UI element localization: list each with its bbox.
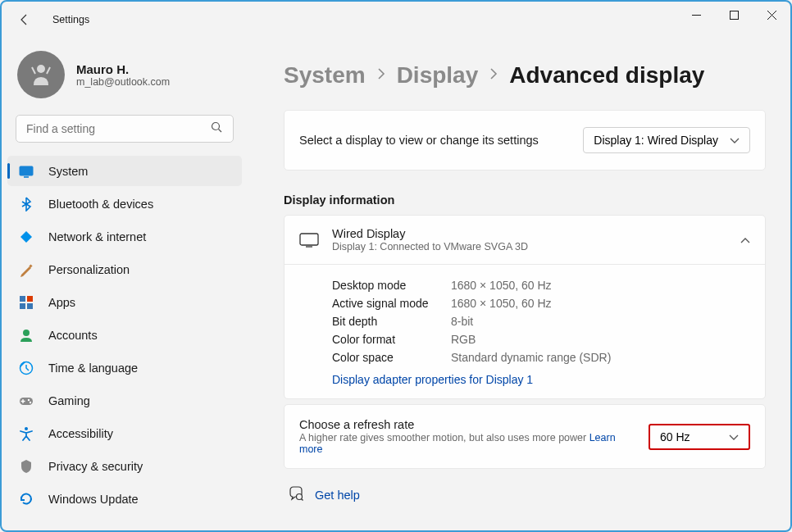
svg-rect-11 [27, 296, 33, 302]
sidebar-item-accessibility[interactable]: Accessibility [7, 418, 242, 448]
sidebar-item-label: Time & language [48, 361, 138, 375]
sidebar-item-label: Personalization [48, 263, 130, 276]
display-selector-card: Select a display to view or change its s… [284, 110, 766, 171]
network-icon [19, 230, 34, 244]
sidebar: Mauro H. m_lab@outlook.com SystemBluetoo… [2, 38, 248, 530]
search-icon [211, 121, 223, 137]
display-info-expander[interactable]: Wired Display Display 1: Connected to VM… [284, 216, 765, 265]
sidebar-item-label: Apps [48, 296, 75, 309]
svg-point-17 [28, 398, 30, 400]
accounts-icon [19, 328, 34, 343]
sidebar-item-label: Accounts [48, 329, 98, 342]
display-name: Wired Display [332, 227, 740, 240]
svg-rect-7 [20, 166, 33, 175]
svg-point-18 [30, 401, 31, 402]
personalization-icon [19, 262, 34, 277]
sidebar-item-network[interactable]: Network & internet [7, 221, 242, 252]
display-selector-dropdown[interactable]: Display 1: Wired Display [583, 127, 750, 153]
refresh-rate-subtitle: A higher rate gives smoother motion, but… [299, 432, 637, 455]
adapter-properties-link[interactable]: Display adapter properties for Display 1 [332, 373, 533, 386]
info-row: Desktop mode1680 × 1050, 60 Hz [332, 276, 750, 294]
info-label: Bit depth [332, 315, 451, 328]
chevron-right-icon [489, 68, 498, 83]
svg-point-4 [37, 65, 45, 73]
sidebar-item-privacy[interactable]: Privacy & security [7, 451, 242, 481]
minimize-button[interactable] [677, 2, 715, 28]
sidebar-item-label: Privacy & security [48, 460, 143, 473]
sidebar-item-system[interactable]: System [7, 156, 242, 186]
info-row: Color formatRGB [332, 330, 750, 348]
display-info-card: Wired Display Display 1: Connected to VM… [284, 215, 766, 399]
info-value: Standard dynamic range (SDR) [451, 351, 611, 364]
page-title: Advanced display [509, 62, 704, 89]
chevron-down-icon [729, 430, 739, 443]
avatar [17, 51, 65, 98]
breadcrumb-system[interactable]: System [284, 62, 366, 89]
chevron-down-icon [730, 134, 740, 147]
maximize-button[interactable] [715, 2, 753, 28]
back-button[interactable] [16, 11, 33, 28]
help-row: Get help [284, 474, 766, 516]
section-title: Display information [284, 193, 766, 207]
user-name: Mauro H. [76, 62, 170, 76]
info-row: Active signal mode1680 × 1050, 60 Hz [332, 294, 750, 312]
apps-icon [19, 295, 34, 310]
sidebar-item-label: Gaming [48, 394, 90, 407]
info-label: Color space [332, 351, 451, 364]
sidebar-item-label: System [48, 165, 88, 178]
main-content: System Display Advanced display Select a… [248, 38, 790, 530]
monitor-icon [299, 233, 319, 248]
dropdown-value: Display 1: Wired Display [594, 134, 718, 147]
accessibility-icon [19, 426, 34, 441]
info-value: RGB [451, 333, 476, 346]
gaming-icon [19, 393, 34, 408]
sidebar-item-apps[interactable]: Apps [7, 287, 242, 317]
privacy-icon [19, 459, 34, 474]
svg-point-5 [212, 122, 220, 130]
info-label: Color format [332, 333, 451, 346]
info-value: 1680 × 1050, 60 Hz [451, 279, 552, 292]
sidebar-item-personalization[interactable]: Personalization [7, 254, 242, 284]
sidebar-item-label: Windows Update [48, 493, 139, 506]
chevron-up-icon [740, 233, 750, 248]
bluetooth-icon [19, 197, 34, 211]
update-icon [19, 492, 34, 507]
sidebar-item-accounts[interactable]: Accounts [7, 320, 242, 350]
dropdown-value: 60 Hz [660, 430, 690, 443]
info-value: 1680 × 1050, 60 Hz [451, 297, 552, 310]
svg-rect-1 [730, 11, 738, 19]
sidebar-item-update[interactable]: Windows Update [7, 484, 242, 514]
refresh-rate-title: Choose a refresh rate [299, 418, 637, 431]
refresh-rate-dropdown[interactable]: 60 Hz [649, 424, 750, 450]
svg-rect-10 [20, 296, 25, 302]
system-icon [19, 164, 34, 179]
help-icon [287, 485, 303, 505]
svg-rect-12 [20, 303, 25, 309]
get-help-link[interactable]: Get help [315, 489, 360, 502]
svg-line-23 [302, 499, 303, 501]
close-button[interactable] [753, 2, 790, 28]
time-icon [19, 361, 34, 375]
user-block[interactable]: Mauro H. m_lab@outlook.com [7, 46, 242, 110]
sidebar-item-time[interactable]: Time & language [7, 352, 242, 383]
display-subtitle: Display 1: Connected to VMware SVGA 3D [332, 241, 740, 252]
sidebar-item-label: Accessibility [48, 427, 113, 440]
info-row: Bit depth8-bit [332, 312, 750, 330]
sidebar-item-label: Bluetooth & devices [48, 198, 153, 211]
search-box[interactable] [16, 115, 234, 143]
sidebar-item-bluetooth[interactable]: Bluetooth & devices [7, 189, 242, 219]
sidebar-item-gaming[interactable]: Gaming [7, 385, 242, 416]
selector-label: Select a display to view or change its s… [299, 134, 539, 147]
breadcrumb: System Display Advanced display [284, 62, 766, 89]
breadcrumb-display[interactable]: Display [397, 62, 479, 89]
sidebar-item-label: Network & internet [48, 230, 146, 243]
info-value: 8-bit [451, 315, 473, 328]
svg-point-14 [23, 330, 30, 336]
user-email: m_lab@outlook.com [76, 76, 170, 88]
svg-point-19 [25, 427, 28, 430]
info-row: Color spaceStandard dynamic range (SDR) [332, 348, 750, 366]
svg-line-6 [219, 129, 222, 132]
svg-rect-20 [300, 234, 318, 245]
search-input[interactable] [26, 122, 211, 135]
info-label: Active signal mode [332, 297, 451, 310]
